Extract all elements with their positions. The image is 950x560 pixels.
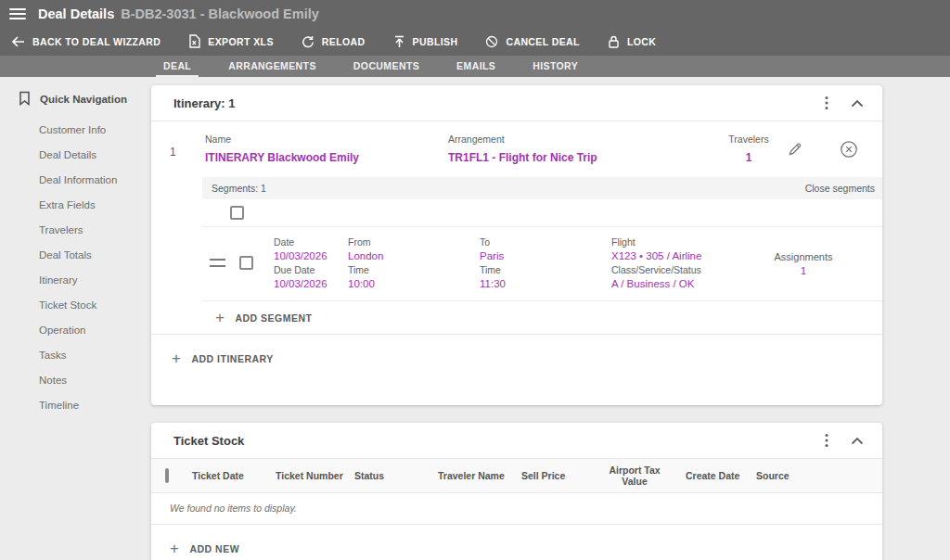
sidebar-item-extra-fields[interactable]: Extra Fields [0,192,151,217]
itinerary-collapse-chevron-up-icon[interactable] [849,97,866,109]
travelers-label: Travelers [713,134,784,145]
segments-strip: Segments: 1 Close segments [202,177,882,199]
column-sell-price: Sell Price [521,470,600,481]
travelers-count: 1 [713,151,784,164]
publish-button[interactable]: PUBLISH [393,35,458,48]
plus-icon: + [215,310,225,325]
plus-icon: + [170,541,179,556]
itinerary-panel-header: Itinerary: 1 [151,85,882,121]
ticket-stock-panel-title: Ticket Stock [173,434,823,448]
tab-arrangements[interactable]: ARRANGEMENTS [221,56,324,77]
close-segments-button[interactable]: Close segments [805,183,875,194]
tab-deal[interactable]: DEAL [156,56,199,77]
column-source: Source [756,470,830,481]
cancel-icon [485,35,498,48]
segment-due-date-value: 10/03/2026 [274,278,348,289]
segment-assignments-label: Assignments [752,251,854,262]
sidebar-item-notes[interactable]: Notes [0,367,151,392]
segments-select-all-row [202,199,882,227]
title-bar: Deal Details B-DB2-3031 - Blackwood Emil… [0,0,950,27]
cancel-deal-button[interactable]: CANCEL DEAL [485,35,579,48]
itinerary-name-value: ITINERARY Blackwood Emily [205,151,448,164]
lock-button[interactable]: LOCK [608,35,656,48]
lock-icon [608,35,620,48]
hamburger-menu-icon[interactable] [9,8,26,19]
column-ticket-date: Ticket Date [192,470,276,481]
arrangement-link[interactable]: TR1FL1 - Flight for Nice Trip [448,151,713,164]
ticket-stock-kebab-menu-icon[interactable] [823,431,830,450]
segment-class-label: Class/Service/Status [611,264,752,275]
reload-button[interactable]: RELOAD [302,35,366,48]
publish-icon [393,35,405,48]
segment-date-label: Date [274,236,348,248]
action-toolbar: BACK TO DEAL WIZZARD EXPORT XLS RELOAD P… [0,27,950,56]
ticket-stock-panel-header: Ticket Stock [151,423,882,459]
quick-navigation-header: Quick Navigation [0,91,151,108]
segment-due-date-label: Due Date [274,264,348,275]
add-itinerary-button[interactable]: + ADD ITINERARY [172,350,882,366]
column-create-date: Create Date [674,470,756,481]
sidebar-item-itinerary[interactable]: Itinerary [0,267,151,292]
tab-emails[interactable]: EMAILS [449,56,503,77]
itinerary-kebab-menu-icon[interactable] [823,94,830,112]
segment-flight-label: Flight [611,236,752,248]
sidebar-item-deal-information[interactable]: Deal Information [0,167,151,192]
segment-class-value: A / Business / OK [611,278,752,289]
segment-from-time-label: Time [348,264,480,275]
ticket-stock-panel: Ticket Stock Ticket Date Ticket Number S… [151,423,882,560]
segment-from-label: From [348,236,480,248]
quick-navigation-list: Customer Info Deal Details Deal Informat… [0,117,151,417]
tab-documents[interactable]: DOCUMENTS [346,56,427,77]
sidebar-item-operation[interactable]: Operation [0,317,151,342]
column-ticket-number: Ticket Number [276,470,354,481]
deal-identifier: B-DB2-3031 - Blackwood Emily [121,6,319,21]
segments-section: Segments: 1 Close segments Date 10/03/20… [202,177,882,334]
itinerary-panel: Itinerary: 1 1 Name ITINERARY Blackwood … [151,85,882,405]
ticket-stock-empty-message: We found no items to display. [151,493,882,525]
ticket-stock-collapse-chevron-up-icon[interactable] [849,435,866,447]
back-to-deal-wizzard-button[interactable]: BACK TO DEAL WIZZARD [11,36,160,47]
segment-drag-handle-icon[interactable] [210,259,225,267]
plus-icon: + [172,350,181,366]
segment-date-value: 10/03/2026 [274,250,348,261]
back-arrow-icon [11,36,25,47]
reload-icon [302,35,315,48]
column-traveler-name: Traveler Name [438,470,521,481]
segment-assignments-value: 1 [752,265,854,276]
edit-itinerary-pencil-icon[interactable] [786,140,804,159]
segment-from-value: London [348,250,480,261]
remove-itinerary-icon[interactable] [838,138,860,160]
select-all-tickets-checkbox[interactable] [165,468,169,483]
segment-to-time-value: 11:30 [480,278,611,289]
sidebar-item-timeline[interactable]: Timeline [0,392,151,417]
add-new-ticket-button[interactable]: + ADD NEW [170,541,882,556]
tab-history[interactable]: HISTORY [525,56,585,77]
name-label: Name [205,134,448,145]
bookmark-icon [19,91,31,108]
segment-from-time-value: 10:00 [348,278,480,289]
select-all-segments-checkbox[interactable] [230,206,244,220]
segment-to-value: Paris [480,250,611,261]
export-xls-icon [188,34,200,48]
page-title: Deal Details [38,6,114,21]
ticket-stock-table-header: Ticket Date Ticket Number Status Travele… [151,459,882,493]
tab-bar: DEAL ARRANGEMENTS DOCUMENTS EMAILS HISTO… [0,56,950,77]
segments-count: Segments: 1 [212,183,266,194]
sidebar-item-customer-info[interactable]: Customer Info [0,117,151,142]
segment-row: Date 10/03/2026 Due Date 10/03/2026 From… [202,227,882,301]
itinerary-panel-title: Itinerary: 1 [173,96,823,110]
itinerary-row: 1 Name ITINERARY Blackwood Emily Arrange… [151,121,882,177]
export-xls-button[interactable]: EXPORT XLS [188,34,274,48]
column-status: Status [354,470,438,481]
quick-navigation-sidebar: Quick Navigation Customer Info Deal Deta… [0,77,151,560]
sidebar-item-deal-totals[interactable]: Deal Totals [0,242,151,267]
sidebar-item-travelers[interactable]: Travelers [0,217,151,242]
segment-checkbox[interactable] [239,256,253,270]
itinerary-row-index: 1 [170,134,205,164]
sidebar-item-deal-details[interactable]: Deal Details [0,142,151,167]
sidebar-item-ticket-stock[interactable]: Ticket Stock [0,292,151,317]
add-segment-button[interactable]: + ADD SEGMENT [215,310,882,325]
sidebar-item-tasks[interactable]: Tasks [0,342,151,367]
segment-flight-value: X123 • 305 / Airline [611,250,752,261]
segment-to-time-label: Time [480,264,611,275]
